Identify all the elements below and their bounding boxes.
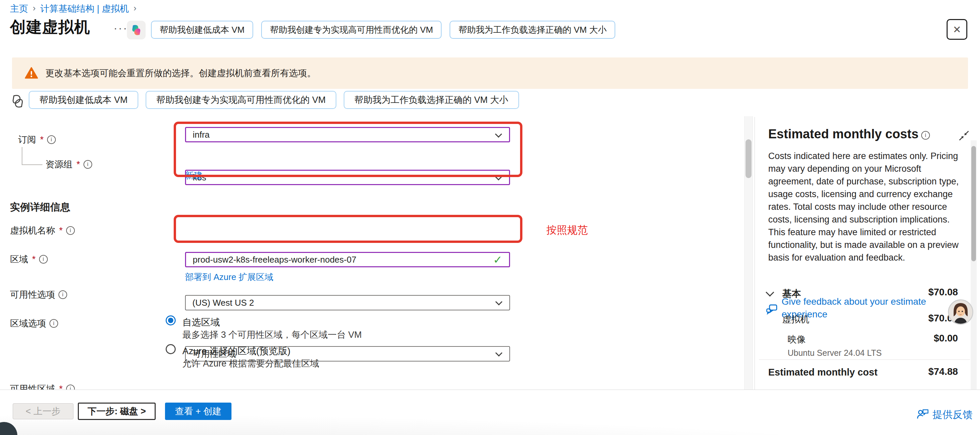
annotation-box-vm-name xyxy=(174,215,522,243)
chevron-right-icon: › xyxy=(33,3,36,13)
cost-item-amount: $70.08 xyxy=(869,313,958,324)
next-disks-button[interactable]: 下一步: 磁盘 > xyxy=(78,403,156,420)
vm-name-label: 虚拟机名称 * xyxy=(10,225,75,237)
cost-group-amount: $70.08 xyxy=(869,287,958,298)
resource-group-label-text: 资源组 xyxy=(45,158,73,170)
close-button[interactable] xyxy=(947,19,967,40)
total-cost-label: Estimated monthly cost xyxy=(768,367,877,378)
page-title: 创建虚拟机 xyxy=(10,17,90,38)
info-icon[interactable] xyxy=(921,131,930,140)
info-icon[interactable] xyxy=(47,135,56,144)
collapse-panel-button[interactable] xyxy=(958,130,970,143)
info-icon[interactable] xyxy=(39,255,48,264)
feedback-bubbles-icon xyxy=(765,303,778,317)
copilot-icon xyxy=(130,23,143,37)
chevron-down-icon xyxy=(495,131,502,138)
vm-name-value: prod-usw2-k8s-freeleaps-worker-nodes-07 xyxy=(193,255,356,265)
azure-selected-zones-radio[interactable] xyxy=(165,344,176,354)
copilot-suggestions: 帮助我创建低成本 VM 帮助我创建专为实现高可用性而优化的 VM 帮助我为工作负… xyxy=(29,91,519,109)
azure-selected-zones-description: 允许 Azure 根据需要分配最佳区域 xyxy=(182,357,319,370)
copilot-suggestion-right-size[interactable]: 帮助我为工作负载选择正确的 VM 大小 xyxy=(344,91,519,109)
self-selected-zones-option[interactable]: 自选区域 xyxy=(182,316,220,329)
subscription-value: infra xyxy=(193,130,210,140)
panel-scrollbar-thumb[interactable] xyxy=(971,146,976,261)
cost-item-amount: $0.00 xyxy=(869,333,958,344)
extended-zones-link[interactable]: 部署到 Azure 扩展区域 xyxy=(185,271,273,283)
previous-button[interactable]: < 上一步 xyxy=(13,403,73,419)
main-scrollbar-thumb[interactable] xyxy=(746,139,751,178)
create-vm-page: 主页 › 计算基础结构 | 虚拟机 › 创建虚拟机 ··· 帮助我创建低成本 V… xyxy=(0,0,980,435)
self-selected-zones-description: 最多选择 3 个可用性区域，每个区域一台 VM xyxy=(182,329,362,341)
header-suggestion-low-cost[interactable]: 帮助我创建低成本 VM xyxy=(151,21,253,39)
avatar-image xyxy=(949,300,972,324)
instance-details-heading: 实例详细信息 xyxy=(10,201,70,214)
chevron-down-icon xyxy=(495,174,502,180)
info-icon[interactable] xyxy=(66,226,75,235)
collapse-icon xyxy=(958,130,970,142)
cost-group-name[interactable]: 基本 xyxy=(782,287,801,300)
review-create-button[interactable]: 查看 + 创建 xyxy=(165,403,231,420)
create-new-resource-group-link[interactable]: 新建 xyxy=(185,170,202,182)
region-label-text: 区域 xyxy=(10,253,28,265)
region-label: 区域 * xyxy=(10,253,48,265)
warning-icon xyxy=(25,67,38,79)
copilot-suggestion-low-cost[interactable]: 帮助我创建低成本 VM xyxy=(29,91,138,109)
resource-group-label: 资源组 * xyxy=(45,158,92,170)
required-asterisk: * xyxy=(59,226,63,236)
cost-item-note: Ubuntu Server 24.04 LTS xyxy=(788,348,882,358)
warning-text: 更改基本选项可能会重置所做的选择。创建虚拟机前查看所有选项。 xyxy=(45,67,316,79)
feedback-person-icon xyxy=(916,407,929,422)
zone-options-label: 区域选项 xyxy=(10,317,58,330)
chevron-down-icon[interactable] xyxy=(765,288,774,296)
footer-bar: < 上一步 下一步: 磁盘 > 查看 + 创建 提供反馈 xyxy=(0,390,980,435)
required-asterisk: * xyxy=(32,254,36,265)
cost-item-name: 虚拟机 xyxy=(782,313,809,325)
copilot-outline-icon xyxy=(10,94,25,109)
copilot-suggestion-high-availability[interactable]: 帮助我创建专为实现高可用性而优化的 VM xyxy=(146,91,336,109)
header-suggestion-right-size[interactable]: 帮助我为工作负载选择正确的 VM 大小 xyxy=(450,21,615,39)
zone-options-label-text: 区域选项 xyxy=(10,317,46,330)
panel-divider xyxy=(754,117,755,390)
copilot-button[interactable] xyxy=(127,21,146,40)
azure-selected-zones-option[interactable]: Azure 选择的区域(预览版) xyxy=(182,345,291,357)
give-feedback-link[interactable]: 提供反馈 xyxy=(932,408,973,422)
chevron-down-icon xyxy=(495,298,502,305)
vm-name-label-text: 虚拟机名称 xyxy=(10,225,55,237)
breadcrumb-compute-vm[interactable]: 计算基础结构 | 虚拟机 xyxy=(40,3,129,15)
cost-panel-description: Costs indicated here are estimates only.… xyxy=(768,150,964,264)
resource-group-select[interactable]: k8s xyxy=(185,170,510,185)
field-connector-line xyxy=(22,164,43,165)
subscription-select[interactable]: infra xyxy=(185,127,510,142)
chevron-right-icon: › xyxy=(134,3,137,13)
cost-panel-title: Estimated monthly costs xyxy=(768,127,918,141)
header-suggestion-high-availability[interactable]: 帮助我创建专为实现高可用性而优化的 VM xyxy=(261,21,442,39)
header-suggestions: 帮助我创建低成本 VM 帮助我创建专为实现高可用性而优化的 VM 帮助我为工作负… xyxy=(151,21,615,39)
corner-decoration xyxy=(0,422,18,435)
info-icon[interactable] xyxy=(59,290,67,299)
info-icon[interactable] xyxy=(49,319,58,328)
assistant-avatar[interactable] xyxy=(948,300,973,325)
chevron-down-icon xyxy=(495,349,502,357)
region-select[interactable]: (US) West US 2 xyxy=(185,295,510,311)
availability-options-label-text: 可用性选项 xyxy=(10,288,55,301)
vm-name-annotation: 按照规范 xyxy=(546,223,588,237)
info-icon[interactable] xyxy=(83,160,92,169)
vm-name-input[interactable]: prod-usw2-k8s-freeleaps-worker-nodes-07 xyxy=(185,252,510,267)
cost-item-name: 映像 xyxy=(788,333,806,346)
self-selected-zones-radio[interactable] xyxy=(165,315,176,325)
warning-banner: 更改基本选项可能会重置所做的选择。创建虚拟机前查看所有选项。 xyxy=(12,57,968,89)
breadcrumb-home[interactable]: 主页 xyxy=(10,3,28,15)
more-options-button[interactable]: ··· xyxy=(114,21,128,34)
required-asterisk: * xyxy=(76,159,80,170)
region-value: (US) West US 2 xyxy=(192,298,254,308)
subscription-label-text: 订阅 xyxy=(18,134,36,146)
availability-options-label: 可用性选项 xyxy=(10,288,67,301)
breadcrumb: 主页 › 计算基础结构 | 虚拟机 › xyxy=(10,3,136,15)
valid-check-icon xyxy=(493,253,502,266)
subscription-label: 订阅 * xyxy=(18,134,56,146)
field-connector-line xyxy=(22,147,22,165)
total-cost-amount: $74.88 xyxy=(869,366,958,377)
required-asterisk: * xyxy=(40,135,44,145)
